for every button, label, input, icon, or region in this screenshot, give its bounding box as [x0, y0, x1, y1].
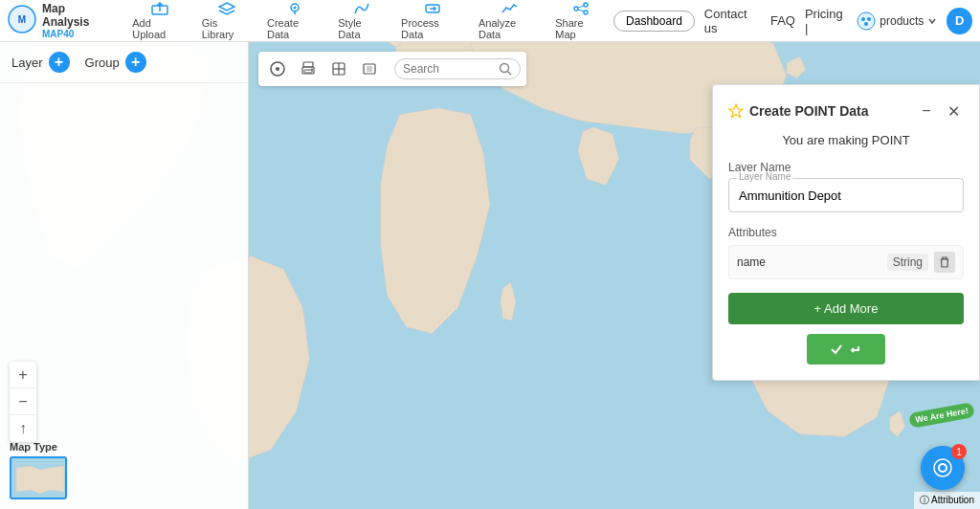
panel-header: Create POINT Data − ✕: [728, 100, 964, 122]
svg-point-11: [584, 11, 588, 14]
user-avatar[interactable]: D: [947, 8, 972, 34]
nav-analyze-data[interactable]: Analyze Data: [479, 2, 540, 40]
zoom-controls: + − ↑: [10, 362, 36, 442]
select-icon: [270, 61, 285, 77]
extent-tool-button[interactable]: [356, 55, 383, 82]
panel-controls: − ✕: [916, 100, 964, 122]
map-toolbar: [258, 52, 526, 86]
zoom-out-button[interactable]: −: [10, 388, 36, 415]
navbar: M Map Analysis MAP40 Add Upload Gis Libr…: [0, 0, 980, 42]
pricing-link[interactable]: Pricing |: [805, 7, 847, 35]
products-button[interactable]: products: [857, 11, 937, 31]
attributes-label: Attributes: [728, 226, 964, 239]
brand-title: Map Analysis: [42, 2, 113, 30]
nav-create-data[interactable]: Create Data: [267, 2, 323, 40]
contact-link[interactable]: Contact us: [704, 7, 761, 35]
grid-tool-button[interactable]: [325, 55, 352, 82]
zoom-in-button[interactable]: +: [10, 362, 36, 388]
enter-icon: [849, 343, 862, 356]
create-data-icon: [286, 2, 303, 15]
submit-button[interactable]: [807, 334, 885, 365]
compass-button[interactable]: ↑: [10, 415, 36, 442]
grid-icon: [331, 61, 346, 77]
svg-point-6: [294, 6, 297, 9]
panel-close-button[interactable]: ✕: [943, 100, 964, 122]
left-panel: Layer + Group +: [0, 42, 249, 509]
analyze-data-icon: [501, 2, 518, 15]
group-button[interactable]: Group +: [85, 52, 146, 73]
navbar-right: Dashboard Contact us FAQ Pricing | produ…: [613, 7, 972, 35]
group-add-button[interactable]: +: [125, 52, 146, 73]
share-map-icon: [572, 2, 590, 15]
svg-point-15: [861, 17, 865, 21]
layer-name-input-wrap: Layer Name: [728, 178, 964, 212]
layer-name-field-group: Layer Name Layer Name: [728, 161, 964, 212]
nav-add-upload[interactable]: Add Upload: [132, 2, 186, 40]
svg-point-37: [940, 465, 946, 471]
svg-rect-23: [304, 70, 312, 73]
brand: M Map Analysis MAP40: [8, 2, 113, 40]
attribute-type: String: [887, 254, 928, 271]
layer-toolbar: Layer + Group +: [0, 42, 248, 83]
attribute-name: name: [737, 255, 881, 269]
dropdown-icon: [927, 16, 937, 26]
trash-icon: [939, 256, 950, 268]
layer-button[interactable]: Layer +: [11, 52, 70, 73]
extent-icon: [362, 61, 377, 77]
add-more-button[interactable]: + Add More: [728, 293, 964, 324]
layer-add-button[interactable]: +: [49, 52, 70, 73]
svg-text:M: M: [18, 14, 26, 25]
svg-point-20: [276, 67, 279, 71]
brand-logo: M: [8, 5, 36, 33]
chat-badge: 1: [951, 444, 967, 459]
print-icon: [301, 61, 316, 77]
print-tool-button[interactable]: [295, 55, 322, 82]
attribute-delete-button[interactable]: [934, 252, 955, 273]
map-thumbnail[interactable]: [10, 456, 67, 499]
process-data-icon: [424, 2, 441, 15]
attributes-section: Attributes name String: [728, 226, 964, 279]
chat-button[interactable]: 1: [921, 446, 965, 490]
chat-widget[interactable]: We Are Here! 1: [921, 446, 965, 490]
panel-minimize-button[interactable]: −: [916, 100, 937, 122]
chat-icon: [932, 457, 953, 478]
add-upload-icon: [151, 2, 168, 15]
svg-point-9: [584, 3, 588, 7]
dashboard-button[interactable]: Dashboard: [613, 11, 695, 32]
nav-gis-library[interactable]: Gis Library: [202, 2, 252, 40]
select-tool-button[interactable]: [264, 55, 291, 82]
svg-point-14: [858, 12, 875, 30]
svg-point-30: [501, 64, 509, 73]
nav-share-map[interactable]: Share Map: [555, 2, 606, 40]
search-input[interactable]: [403, 62, 499, 76]
star-icon: [728, 103, 744, 119]
create-panel: Create POINT Data − ✕ You are making POI…: [712, 84, 980, 381]
map-thumb-svg: [11, 458, 67, 499]
panel-subtitle: You are making POINT: [728, 133, 964, 147]
attribution[interactable]: ⓘ Attribution: [914, 492, 980, 509]
map-area[interactable]: Layer + Group +: [0, 42, 980, 509]
faq-link[interactable]: FAQ: [770, 13, 795, 28]
attribute-row: name String: [728, 245, 964, 279]
check-icon: [830, 343, 843, 356]
search-icon: [499, 62, 512, 76]
map-type-label: Map Type: [10, 441, 67, 453]
svg-point-10: [574, 7, 578, 11]
svg-point-16: [867, 17, 871, 21]
svg-marker-33: [729, 104, 743, 118]
svg-rect-21: [303, 62, 313, 67]
nav-style-data[interactable]: Style Data: [338, 2, 386, 40]
map-type-section: Map Type: [10, 441, 67, 499]
layer-name-input[interactable]: [739, 188, 953, 203]
svg-line-13: [578, 10, 584, 11]
nav-process-data[interactable]: Process Data: [401, 2, 463, 40]
svg-rect-29: [367, 66, 372, 72]
svg-point-17: [864, 22, 868, 26]
search-box[interactable]: [394, 58, 521, 79]
panel-title: Create POINT Data: [728, 103, 868, 119]
svg-line-12: [578, 6, 584, 8]
svg-point-24: [311, 69, 313, 71]
style-data-icon: [353, 2, 370, 15]
svg-line-31: [508, 72, 512, 76]
products-icon: [857, 11, 876, 31]
